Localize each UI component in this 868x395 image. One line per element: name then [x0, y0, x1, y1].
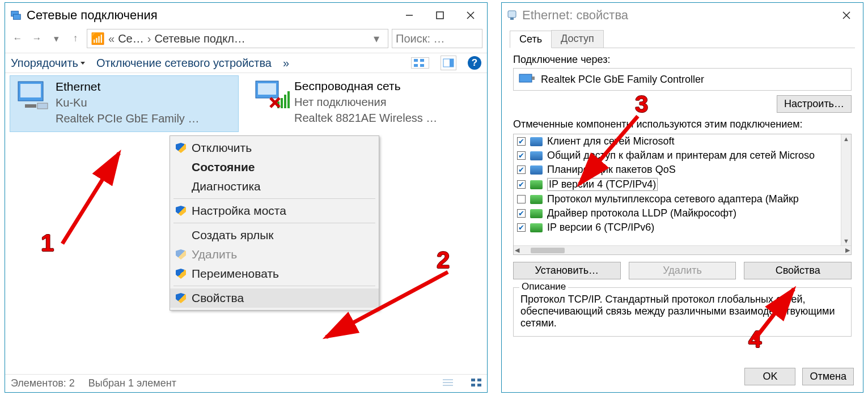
annotation-arrow-2 — [317, 266, 459, 346]
shield-icon — [176, 249, 186, 260]
svg-line-33 — [62, 153, 119, 244]
toolbar-overflow-button[interactable]: » — [283, 57, 289, 70]
scroll-right-icon[interactable]: ▶ — [844, 245, 851, 255]
shield-icon — [176, 206, 186, 216]
tab-network[interactable]: Сеть — [510, 31, 552, 48]
svg-rect-11 — [450, 59, 454, 67]
checkbox[interactable] — [517, 180, 526, 189]
scroll-thumb[interactable] — [531, 248, 565, 253]
nic-icon — [518, 72, 535, 87]
toolbar: Упорядочить Отключение сетевого устройст… — [5, 53, 487, 73]
separator — [173, 223, 375, 223]
status-item-count: Элементов: 2 — [11, 377, 75, 389]
scrollbar-vertical[interactable]: ▲ ▼ — [841, 134, 851, 245]
component-item[interactable]: Общий доступ к файлам и принтерам для се… — [514, 148, 851, 163]
connection-tile-ethernet[interactable]: Ethernet Ku-Ku Realtek PCIe GbE Family … — [10, 75, 239, 132]
ctx-disable[interactable]: Отключить — [170, 138, 379, 158]
component-item[interactable]: Планировщик пакетов QoS — [514, 163, 851, 177]
app-icon — [10, 9, 22, 22]
nav-forward-button[interactable]: → — [29, 31, 45, 46]
separator — [173, 198, 375, 199]
checkbox[interactable] — [517, 223, 526, 232]
component-buttons: Установить… Удалить Свойства — [513, 262, 852, 279]
svg-rect-14 — [25, 104, 36, 108]
preview-pane-button[interactable] — [441, 56, 456, 70]
minimize-button[interactable] — [394, 5, 425, 26]
ethernet-icon — [15, 78, 51, 114]
annotation-arrow-4 — [737, 283, 805, 346]
component-item[interactable]: IP версии 6 (TCP/IPv6) — [514, 220, 851, 235]
address-bar: ← → ▾ ↑ 📶 « Се… › Сетевые подкл… ▾ Поиск… — [5, 28, 487, 53]
svg-rect-17 — [258, 83, 276, 95]
component-label: IP версии 6 (TCP/IPv6) — [547, 222, 654, 233]
service-icon — [530, 151, 543, 160]
connection-name: Беспроводная сеть — [294, 78, 437, 94]
window-title: Ethernet: свойства — [522, 8, 831, 23]
components-label: Отмеченные компоненты используются этим … — [513, 118, 852, 130]
status-selection: Выбран 1 элемент — [88, 377, 176, 389]
component-label: Протокол мультиплексора сетевого адаптер… — [547, 193, 799, 205]
ctx-diagnostics[interactable]: Диагностика — [170, 177, 379, 196]
breadcrumb[interactable]: 📶 « Се… › Сетевые подкл… ▾ — [87, 29, 388, 48]
connection-adapter: Realtek 8821AE Wireless … — [294, 110, 437, 126]
nav-back-button[interactable]: ← — [10, 31, 26, 46]
component-item[interactable]: Клиент для сетей Microsoft — [514, 134, 851, 148]
nav-recent-button[interactable]: ▾ — [48, 31, 64, 46]
checkbox[interactable] — [517, 137, 526, 146]
components-list[interactable]: Клиент для сетей MicrosoftОбщий доступ к… — [513, 134, 852, 255]
connect-via-label: Подключение через: — [513, 54, 852, 66]
protocol-icon — [530, 223, 543, 232]
shield-icon — [176, 143, 186, 153]
install-button[interactable]: Установить… — [513, 262, 621, 279]
component-item[interactable]: Протокол мультиплексора сетевого адаптер… — [514, 192, 851, 206]
nav-up-button[interactable]: ↑ — [67, 31, 83, 46]
scroll-left-icon[interactable]: ◀ — [514, 245, 520, 255]
view-tiles-icon[interactable] — [471, 377, 481, 389]
disable-device-button[interactable]: Отключение сетевого устройства — [96, 57, 272, 70]
ctx-delete: Удалить — [170, 245, 379, 264]
titlebar: Ethernet: свойства — [502, 3, 863, 28]
tab-sharing[interactable]: Доступ — [551, 30, 604, 48]
properties-button[interactable]: Свойства — [744, 262, 852, 279]
breadcrumb-part[interactable]: Сетевые подкл… — [154, 32, 245, 45]
view-details-icon[interactable] — [443, 377, 453, 389]
view-mode-dropdown[interactable] — [411, 57, 429, 69]
ctx-create-shortcut[interactable]: Создать ярлык — [170, 226, 379, 245]
checkbox[interactable] — [517, 209, 526, 218]
scrollbar-horizontal[interactable]: ◀ ▶ — [514, 245, 851, 254]
ctx-status[interactable]: Состояние — [170, 158, 379, 177]
breadcrumb-part[interactable]: Се… — [118, 32, 144, 45]
close-button[interactable] — [455, 5, 486, 26]
svg-rect-27 — [508, 11, 516, 18]
svg-rect-3 — [437, 12, 443, 19]
connection-tile-wifi[interactable]: Беспроводная сеть Нет подключения Realte… — [249, 75, 478, 132]
help-button[interactable]: ? — [468, 56, 481, 70]
component-item[interactable]: IP версии 4 (TCP/IPv4) — [514, 177, 851, 192]
checkbox[interactable] — [517, 151, 526, 160]
ok-button[interactable]: OK — [744, 368, 795, 385]
close-button[interactable] — [831, 5, 862, 26]
protocol-icon — [530, 195, 543, 204]
svg-rect-13 — [20, 84, 41, 97]
scroll-up-icon[interactable]: ▲ — [842, 134, 850, 143]
adapter-box: Realtek PCIe GbE Family Controller — [513, 68, 852, 91]
organize-menu[interactable]: Упорядочить — [11, 57, 85, 70]
adapter-icon — [506, 10, 518, 21]
annotation-arrow-3 — [573, 113, 646, 193]
window-title: Сетевые подключения — [27, 8, 394, 23]
configure-button[interactable]: Настроить… — [777, 95, 852, 113]
svg-rect-6 — [414, 59, 418, 62]
component-item[interactable]: Драйвер протокола LLDP (Майкрософт) — [514, 206, 851, 220]
scroll-down-icon[interactable]: ▼ — [842, 236, 850, 245]
maximize-button[interactable] — [425, 5, 455, 26]
dialog-buttons: OK Отмена — [744, 368, 854, 385]
svg-rect-24 — [477, 379, 481, 381]
breadcrumb-history-button[interactable]: ▾ — [369, 31, 384, 46]
shield-icon — [176, 293, 186, 303]
checkbox[interactable] — [517, 165, 526, 174]
ctx-bridge[interactable]: Настройка моста — [170, 201, 379, 220]
cancel-button[interactable]: Отмена — [802, 368, 854, 385]
svg-rect-25 — [471, 384, 475, 386]
search-input[interactable]: Поиск: … — [392, 29, 482, 48]
checkbox[interactable] — [517, 195, 526, 203]
